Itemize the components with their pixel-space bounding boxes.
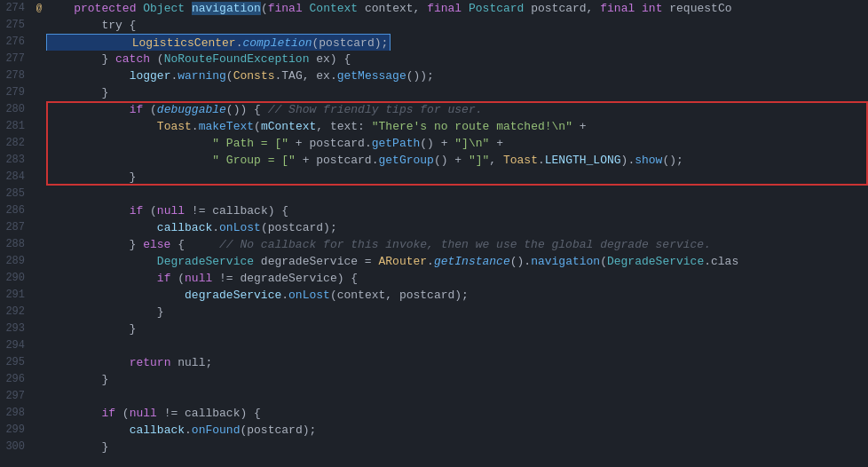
line-number: 299 <box>0 422 32 439</box>
line-number: 298 <box>0 405 32 422</box>
token-plain <box>46 154 212 167</box>
code-text[interactable]: } <box>46 84 868 101</box>
line-number: 300 <box>0 439 32 455</box>
token-teal: Postcard <box>469 2 524 15</box>
gutter-icon <box>32 354 46 371</box>
token-plain: } <box>46 322 136 336</box>
token-plain: ( <box>261 2 268 15</box>
code-text[interactable]: } <box>46 439 868 455</box>
token-teal: DegradeService <box>157 255 254 268</box>
token-plain: + <box>572 120 587 133</box>
code-text[interactable] <box>46 186 868 202</box>
token-kw: catch <box>115 52 150 66</box>
token-fn: onLost <box>288 289 330 302</box>
line-row: 275 try { <box>0 17 868 34</box>
code-text[interactable]: } catch (NoRouteFoundException ex) { <box>46 51 868 67</box>
token-fn: makeText <box>199 120 254 133</box>
code-editor: 274@ protected Object navigation(final C… <box>0 0 868 467</box>
code-text[interactable]: " Group = [" + postcard.getGroup() + "]"… <box>46 152 868 169</box>
line-row: 285 <box>0 186 868 202</box>
token-plain <box>46 272 157 285</box>
token-kw: if <box>101 407 115 420</box>
token-plain: ()) { <box>226 103 268 116</box>
code-text[interactable]: if (null != degradeService) { <box>46 270 868 287</box>
token-fn: getGroup <box>378 154 433 167</box>
token-fn: navigation <box>192 2 261 15</box>
line-row: 299 callback.onFound(postcard); <box>0 422 868 439</box>
token-yellow: LogisticsCenter <box>132 36 236 50</box>
token-kw: if <box>157 272 171 285</box>
token-plain: + postcard. <box>296 154 379 167</box>
token-method-italic: completion <box>242 36 312 50</box>
line-row: 294 <box>0 337 868 354</box>
token-plain <box>46 204 130 218</box>
token-green: " Path = [" <box>212 137 288 150</box>
line-row: 289 DegradeService degradeService = ARou… <box>0 253 868 270</box>
line-row: 295 return null; <box>0 354 868 371</box>
token-teal: Object <box>143 2 185 15</box>
code-text[interactable]: callback.onLost(postcard); <box>46 219 868 236</box>
code-text[interactable]: } <box>46 371 868 388</box>
line-row: 278 logger.warning(Consts.TAG, ex.getMes… <box>0 67 868 84</box>
code-text[interactable]: degradeService.onLost(context, postcard)… <box>46 287 868 304</box>
gutter-icon <box>32 388 46 405</box>
code-text[interactable]: LogisticsCenter.completion(postcard); <box>46 34 868 51</box>
code-text[interactable]: protected Object navigation(final Contex… <box>46 0 868 17</box>
token-comment: // Show friendly tips for user. <box>268 103 483 116</box>
line-number: 292 <box>0 304 32 321</box>
line-row: 293 } <box>0 321 868 337</box>
token-plain: != degradeService) { <box>212 272 358 285</box>
code-text[interactable]: if (debuggable()) { // Show friendly tip… <box>46 101 868 118</box>
code-text[interactable]: } else { // No callback for this invoke,… <box>46 236 868 253</box>
code-text[interactable]: try { <box>46 17 868 34</box>
line-number: 286 <box>0 202 32 219</box>
line-row: 279 } <box>0 84 868 101</box>
token-kw: if <box>130 204 144 218</box>
code-text[interactable]: } <box>46 304 868 321</box>
token-plain: (); <box>662 154 683 167</box>
token-plain <box>49 36 132 50</box>
token-plain: .clas <box>704 255 738 268</box>
token-plain: ex) { <box>309 52 351 66</box>
gutter-icon <box>32 371 46 388</box>
line-row: 296 } <box>0 371 868 388</box>
line-number: 289 <box>0 253 32 270</box>
code-text[interactable]: if (null != callback) { <box>46 405 868 422</box>
code-text[interactable]: " Path = [" + postcard.getPath() + "]\n"… <box>46 135 868 152</box>
gutter-icon <box>32 253 46 270</box>
token-fn: getMessage <box>337 69 406 83</box>
code-text[interactable]: DegradeService degradeService = ARouter.… <box>46 253 868 270</box>
token-plain: } <box>46 52 115 66</box>
line-row: 298 if (null != callback) { <box>0 405 868 422</box>
token-plain: ( <box>254 120 261 133</box>
token-plain: requestCo <box>662 2 731 15</box>
gutter-icon <box>32 84 46 101</box>
code-text[interactable] <box>46 388 868 405</box>
token-plain: (postcard); <box>261 221 337 234</box>
code-text[interactable]: callback.onFound(postcard); <box>46 422 868 439</box>
code-text[interactable]: } <box>46 321 868 337</box>
token-kw: final <box>268 2 303 15</box>
code-text[interactable] <box>46 337 868 354</box>
line-number: 288 <box>0 236 32 253</box>
code-text[interactable]: if (null != callback) { <box>46 202 868 219</box>
token-yellow: Toast <box>157 120 192 133</box>
token-comment: // No callback for this invoke, then we … <box>199 238 711 251</box>
code-text[interactable]: } <box>46 169 868 186</box>
code-text[interactable]: logger.warning(Consts.TAG, ex.getMessage… <box>46 67 868 84</box>
token-plain <box>46 103 130 116</box>
token-plain: . <box>427 255 434 268</box>
token-fn: getPath <box>372 137 421 150</box>
line-row: 277 } catch (NoRouteFoundException ex) { <box>0 51 868 67</box>
token-kw: null <box>185 272 212 285</box>
code-text[interactable]: return null; <box>46 354 868 371</box>
token-plain <box>46 356 130 369</box>
code-text[interactable]: Toast.makeText(mContext, text: "There's … <box>46 118 868 135</box>
line-row: 300 } <box>0 439 868 455</box>
gutter-icon <box>32 219 46 236</box>
gutter-icon <box>32 152 46 169</box>
token-kw: else <box>143 238 170 251</box>
line-number: 291 <box>0 287 32 304</box>
token-plain: . <box>185 423 192 437</box>
token-plain: ( <box>143 103 157 116</box>
